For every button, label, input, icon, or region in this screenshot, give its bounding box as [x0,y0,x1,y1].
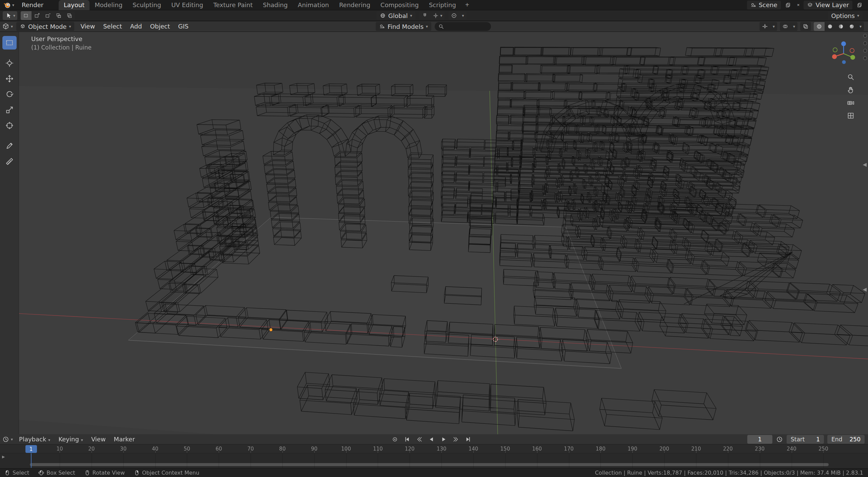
auto-key-toggle[interactable] [390,435,400,444]
timeline-menu-marker[interactable]: Marker [110,434,139,444]
tool-settings-bar: ▾ Global ▾ ▾ ▾ [0,11,868,21]
current-frame-field[interactable]: 1 [747,435,772,444]
snap-settings-dropdown[interactable]: ▾ [430,11,445,20]
playhead[interactable]: 1 [25,445,37,453]
active-tool-button[interactable]: ▾ [3,11,17,20]
viewport-menu-select[interactable]: Select [99,21,126,32]
view-layer-selector[interactable]: View Layer [804,1,852,9]
model-search-field[interactable] [435,22,491,31]
scene-icon [379,23,385,30]
timeline-menu-view[interactable]: View [87,434,110,444]
frame-end-field[interactable]: End 250 [827,435,865,444]
sidebar-collapse-arrow[interactable]: ◀ [863,162,867,167]
menu-render[interactable]: Render [18,0,50,10]
sidebar-collapse-arrow[interactable]: ◀ [863,287,867,292]
tool-scale[interactable] [2,103,17,117]
tool-annotate[interactable] [2,139,17,153]
shading-dropdown[interactable]: ▾ [857,22,864,31]
playhead-line[interactable] [31,453,32,468]
tool-transform[interactable] [2,119,17,132]
jump-end-button[interactable] [463,435,473,444]
find-models-dropdown[interactable]: Find Models ▾ [376,22,431,31]
tool-box-select[interactable] [2,36,17,50]
viewport-editor-icon [2,23,9,30]
shading-material-button[interactable] [835,22,846,31]
viewport-menu-view[interactable]: View [76,21,99,32]
timeline-track-area[interactable]: ▶ [0,453,868,468]
navigation-gizmo[interactable] [829,39,858,68]
proportional-edit-dropdown[interactable]: ▾ [459,11,466,20]
wireframe-scene[interactable] [0,32,868,434]
gizmo-dropdown[interactable]: ▾ [770,22,777,31]
ortho-toggle-button[interactable] [846,111,856,121]
workspace-tab-texture-paint[interactable]: Texture Paint [208,0,258,10]
tool-rotate-icon [5,90,14,99]
workspace-tab-layout[interactable]: Layout [59,0,90,10]
select-mode-extend[interactable] [32,11,42,20]
workspace-tab-uv-editing[interactable]: UV Editing [166,0,208,10]
play-reverse-button[interactable] [427,435,437,444]
workspace-tab-shading[interactable]: Shading [258,0,293,10]
tool-move[interactable] [2,72,17,85]
shading-solid-button[interactable] [825,22,835,31]
pan-button[interactable] [846,85,856,95]
snap-toggle[interactable] [419,11,430,20]
mode-dropdown[interactable]: Object Mode ▾ [16,22,74,31]
camera-view-button[interactable] [846,98,856,108]
timeline-menu-keying[interactable]: Keying▾ [54,434,87,444]
workspace-tab-sculpting[interactable]: Sculpting [127,0,166,10]
collapsed-panel-dot[interactable] [863,34,867,38]
workspace-tab-compositing[interactable]: Compositing [375,0,424,10]
status-bar: SelectBox SelectRotate ViewObject Contex… [0,468,868,477]
timeline-menu-playback[interactable]: Playback▾ [15,434,54,444]
options-dropdown[interactable]: Options ▾ [828,11,863,20]
tool-measure[interactable] [2,155,17,168]
timeline-editor-type-button[interactable]: ▾ [0,435,15,444]
prev-keyframe-button[interactable] [414,435,425,444]
timeline-scrollbar[interactable] [30,463,829,466]
frame-start-field[interactable]: Start 1 [787,435,824,444]
jump-start-button[interactable] [402,435,412,444]
find-models-label: Find Models [388,23,423,30]
workspace-tab-animation[interactable]: Animation [293,0,334,10]
timeline-ruler[interactable]: 1020304050607080901001101201301401501601… [0,444,868,453]
unlink-scene-button[interactable]: × [795,1,802,9]
tool-rotate[interactable] [2,88,17,101]
select-mode-new[interactable] [21,11,32,20]
next-keyframe-button[interactable] [451,435,461,444]
show-gizmo-toggle[interactable] [760,22,770,31]
tool-cursor[interactable] [2,56,17,70]
select-mode-invert[interactable] [53,11,64,20]
xray-toggle[interactable] [800,22,811,31]
show-overlays-toggle[interactable] [780,22,791,31]
shading-rendered-button[interactable] [846,22,857,31]
proportional-edit-toggle[interactable] [449,11,459,20]
viewport-3d[interactable]: User Perspective (1) Collection | Ruine [0,32,868,434]
new-view-layer-button[interactable] [854,1,865,9]
search-input[interactable] [446,23,488,30]
markers-region-arrow[interactable]: ▶ [2,455,5,459]
workspace-tab-modeling[interactable]: Modeling [90,0,127,10]
viewport-menu-add[interactable]: Add [126,21,146,32]
workspace-tab-scripting[interactable]: Scripting [424,0,461,10]
orientation-dropdown[interactable]: Global ▾ [376,11,415,20]
scene-selector[interactable]: Scene [747,1,781,9]
overlays-dropdown[interactable]: ▾ [791,22,797,31]
new-scene-button[interactable] [783,1,793,9]
app-menu-button[interactable]: ▾ [0,1,18,9]
zoom-button[interactable] [846,72,856,82]
workspace-tab-rendering[interactable]: Rendering [334,0,375,10]
select-mode-subtract[interactable] [42,11,53,20]
viewport-menu-object[interactable]: Object [146,21,174,32]
preview-range-toggle[interactable] [776,436,783,443]
collapsed-panel-dot[interactable] [863,56,867,60]
collapsed-panel-dot[interactable] [863,41,867,45]
viewport-menu-gis[interactable]: GIS [174,21,193,32]
select-mode-intersect[interactable] [64,11,75,20]
object-origin[interactable] [269,328,272,331]
add-workspace-button[interactable]: + [461,0,473,10]
shading-wireframe-button[interactable] [814,22,825,31]
collapsed-panel-dot[interactable] [863,49,867,53]
play-button[interactable] [439,435,449,444]
editor-type-button[interactable]: ▾ [0,22,15,31]
